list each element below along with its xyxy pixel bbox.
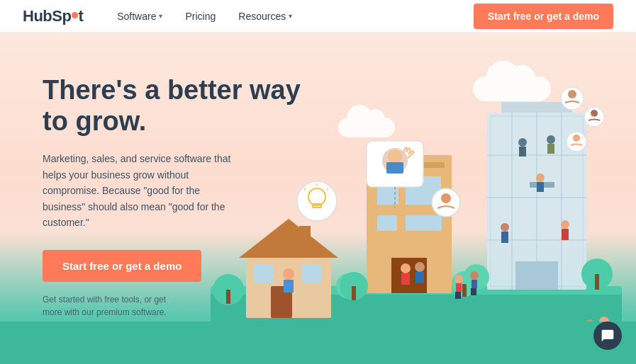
navbar: HubSpt Software ▾ Pricing Resources ▾ St… [0, 0, 636, 33]
svg-rect-86 [472, 280, 477, 288]
svg-rect-50 [515, 261, 558, 290]
svg-rect-62 [386, 162, 403, 174]
svg-point-65 [568, 90, 576, 98]
svg-point-41 [547, 135, 555, 144]
chat-icon-svg [601, 329, 615, 343]
hero-cta-button[interactable]: Start free or get a demo [43, 250, 201, 282]
chat-button[interactable] [593, 322, 622, 350]
svg-point-85 [470, 271, 479, 280]
hero-subtext: Marketing, sales, and service software t… [43, 151, 241, 230]
nav-resources[interactable]: Resources ▾ [227, 0, 303, 33]
svg-rect-53 [595, 274, 599, 290]
svg-rect-51 [501, 102, 572, 113]
nav-links: Software ▾ Pricing Resources ▾ [106, 0, 474, 33]
hero-heading: There's a better way to grow. [43, 75, 312, 137]
svg-rect-47 [562, 229, 569, 240]
svg-point-67 [591, 110, 598, 117]
nav-resources-label: Resources [238, 11, 286, 22]
svg-rect-84 [458, 292, 461, 299]
nav-software[interactable]: Software ▾ [106, 0, 174, 33]
ground-strip [0, 322, 636, 364]
svg-rect-24 [401, 273, 410, 285]
svg-rect-49 [501, 232, 508, 243]
svg-point-81 [454, 275, 463, 283]
nav-pricing-label: Pricing [185, 11, 216, 22]
svg-point-44 [536, 174, 545, 182]
svg-rect-21 [422, 215, 442, 231]
chevron-down-icon: ▾ [159, 12, 162, 20]
chevron-down-icon-2: ▾ [289, 12, 292, 20]
svg-rect-45 [537, 182, 544, 192]
svg-rect-19 [377, 215, 397, 231]
hero-content: There's a better way to grow. Marketing,… [43, 75, 312, 319]
svg-rect-40 [519, 147, 526, 157]
svg-point-48 [501, 223, 509, 232]
logo[interactable]: HubSpt [23, 7, 83, 25]
svg-rect-88 [474, 288, 476, 295]
svg-rect-30 [462, 284, 467, 297]
nav-pricing[interactable]: Pricing [174, 0, 227, 33]
nav-software-label: Software [117, 11, 156, 22]
hero-footnote-line1: Get started with free tools, or get [43, 295, 166, 305]
svg-rect-87 [471, 288, 474, 295]
hero-section: There's a better way to grow. Marketing,… [0, 33, 636, 364]
svg-rect-42 [547, 144, 554, 154]
svg-point-23 [401, 263, 411, 273]
svg-rect-82 [456, 283, 462, 292]
svg-rect-26 [415, 272, 424, 283]
svg-point-61 [388, 149, 402, 164]
logo-dot [72, 12, 78, 18]
svg-point-69 [573, 135, 580, 142]
svg-rect-28 [352, 286, 356, 300]
logo-text: HubSpt [23, 7, 83, 25]
svg-point-25 [415, 262, 425, 272]
nav-cta-button[interactable]: Start free or get a demo [474, 4, 613, 29]
hero-footnote-line2: more with our premium software. [43, 307, 167, 317]
svg-point-80 [441, 193, 451, 203]
svg-point-39 [518, 138, 527, 147]
hero-footnote: Get started with free tools, or get more… [43, 293, 312, 319]
svg-rect-83 [455, 292, 458, 299]
svg-point-46 [561, 220, 569, 229]
